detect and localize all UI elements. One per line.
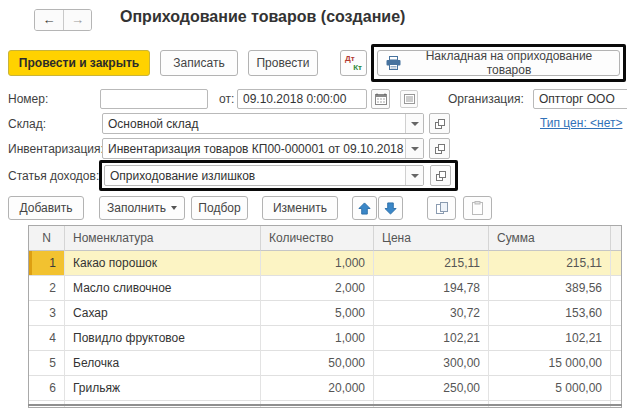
sum-cell[interactable]: 215,11 [489, 251, 611, 276]
debit-credit-button[interactable]: Дт Кт [340, 50, 367, 76]
nomenclature-cell[interactable]: Масло сливочное [65, 276, 261, 301]
chevron-down-icon [411, 147, 419, 151]
open-icon [434, 118, 446, 130]
row-edge-cell[interactable] [611, 276, 621, 301]
move-up-button[interactable] [352, 196, 377, 220]
debit-label: Дт [345, 54, 355, 63]
date-from-label: от: [219, 92, 234, 106]
open-icon [434, 143, 446, 155]
table-row[interactable]: 6Грильяж20,000250,005 000,00 [29, 376, 621, 401]
chevron-down-icon [171, 206, 177, 210]
pick-button[interactable]: Подбор [191, 196, 248, 220]
quantity-cell[interactable]: 1,000 [261, 251, 374, 276]
price-cell[interactable]: 250,00 [374, 376, 489, 401]
column-header-edge [611, 226, 621, 251]
write-button[interactable]: Записать [160, 50, 238, 76]
row-number-cell[interactable]: 5 [29, 351, 65, 376]
table-header-row: N Номенклатура Количество Цена Сумма [29, 226, 621, 251]
income-item-dropdown-button[interactable] [405, 166, 423, 185]
row-number-cell[interactable]: 6 [29, 376, 65, 401]
warehouse-open-button[interactable] [429, 113, 450, 134]
credit-label: Кт [353, 63, 362, 72]
quantity-cell[interactable]: 1,000 [261, 326, 374, 351]
quantity-cell[interactable]: 50,000 [261, 351, 374, 376]
table-row[interactable]: 1Какао порошок1,000215,11215,11 [29, 251, 621, 276]
fill-button[interactable]: Заполнить [99, 196, 185, 220]
price-type-link[interactable]: Тип цен: <нет> [540, 116, 622, 130]
nomenclature-cell[interactable]: Сахар [65, 301, 261, 326]
sum-cell[interactable]: 102,21 [489, 326, 611, 351]
sum-cell[interactable]: 15 000,00 [489, 351, 611, 376]
copy-icon [435, 201, 449, 215]
price-cell[interactable]: 215,11 [374, 251, 489, 276]
price-cell[interactable]: 30,72 [374, 301, 489, 326]
organization-field[interactable]: Оптторг ООО [533, 89, 627, 109]
chevron-down-icon [411, 122, 419, 126]
page-title: Оприходование товаров (создание) [120, 8, 405, 26]
post-button[interactable]: Провести [248, 50, 318, 76]
goods-receipt-window: ← → Оприходование товаров (создание) Про… [0, 0, 627, 408]
warehouse-combo[interactable]: Основной склад [102, 113, 424, 134]
warehouse-dropdown-button[interactable] [405, 114, 423, 133]
number-label: Номер: [8, 92, 48, 106]
price-cell[interactable]: 300,00 [374, 351, 489, 376]
column-header-sum[interactable]: Сумма [489, 226, 611, 251]
forward-button[interactable]: → [63, 10, 91, 30]
table-row[interactable]: 3Сахар5,00030,72153,60 [29, 301, 621, 326]
sum-cell[interactable]: 389,56 [489, 276, 611, 301]
nomenclature-cell[interactable]: Грильяж [65, 376, 261, 401]
move-down-button[interactable] [378, 196, 403, 220]
fill-label: Заполнить [107, 201, 166, 215]
list-icon [404, 94, 415, 104]
income-item-combo[interactable]: Оприходование излишков [104, 165, 424, 186]
inventory-label: Инвентаризация: [8, 142, 104, 156]
row-edge-cell[interactable] [611, 301, 621, 326]
copy-button[interactable] [427, 196, 456, 220]
income-item-open-button[interactable] [430, 165, 451, 186]
change-button[interactable]: Изменить [262, 196, 338, 220]
arrow-up-icon [358, 202, 371, 215]
date-input[interactable] [237, 89, 367, 109]
print-invoice-button[interactable]: Накладная на оприходование товаров [377, 50, 620, 76]
back-button[interactable]: ← [35, 10, 63, 30]
row-number-cell[interactable]: 3 [29, 301, 65, 326]
add-row-button[interactable]: Добавить [8, 196, 84, 220]
column-header-nomenclature[interactable]: Номенклатура [65, 226, 261, 251]
nomenclature-cell[interactable]: Повидло фруктовое [65, 326, 261, 351]
nav-buttons: ← → [34, 9, 92, 31]
price-cell[interactable]: 102,21 [374, 326, 489, 351]
quantity-cell[interactable]: 2,000 [261, 276, 374, 301]
row-number-cell[interactable]: 4 [29, 326, 65, 351]
row-number-cell[interactable]: 2 [29, 276, 65, 301]
sum-cell[interactable]: 5 000,00 [489, 376, 611, 401]
row-edge-cell[interactable] [611, 326, 621, 351]
column-header-price[interactable]: Цена [374, 226, 489, 251]
row-edge-cell[interactable] [611, 376, 621, 401]
document-journal-button[interactable] [400, 90, 418, 108]
nomenclature-cell[interactable]: Белочка [65, 351, 261, 376]
column-header-n[interactable]: N [29, 226, 65, 251]
income-item-label: Статья доходов: [8, 169, 99, 183]
row-edge-cell[interactable] [611, 251, 621, 276]
quantity-cell[interactable]: 20,000 [261, 376, 374, 401]
row-edge-cell[interactable] [611, 351, 621, 376]
quantity-cell[interactable]: 5,000 [261, 301, 374, 326]
nomenclature-cell[interactable]: Какао порошок [65, 251, 261, 276]
number-input[interactable] [100, 89, 208, 109]
paste-button[interactable] [463, 196, 492, 220]
post-and-close-button[interactable]: Провести и закрыть [8, 50, 150, 76]
income-item-value: Оприходование излишков [105, 166, 405, 185]
table-row[interactable]: 5Белочка50,000300,0015 000,00 [29, 351, 621, 376]
column-header-quantity[interactable]: Количество [261, 226, 374, 251]
inventory-combo[interactable]: Инвентаризация товаров КП00-000001 от 09… [102, 138, 424, 159]
calendar-button[interactable] [371, 89, 390, 109]
row-number-cell[interactable]: 1 [29, 251, 65, 276]
inventory-value: Инвентаризация товаров КП00-000001 от 09… [103, 139, 405, 158]
inventory-dropdown-button[interactable] [405, 139, 423, 158]
table-row[interactable]: 2Масло сливочное2,000194,78389,56 [29, 276, 621, 301]
items-table: N Номенклатура Количество Цена Сумма 1Ка… [28, 225, 622, 408]
inventory-open-button[interactable] [429, 138, 450, 159]
table-row[interactable]: 4Повидло фруктовое1,000102,21102,21 [29, 326, 621, 351]
price-cell[interactable]: 194,78 [374, 276, 489, 301]
sum-cell[interactable]: 153,60 [489, 301, 611, 326]
